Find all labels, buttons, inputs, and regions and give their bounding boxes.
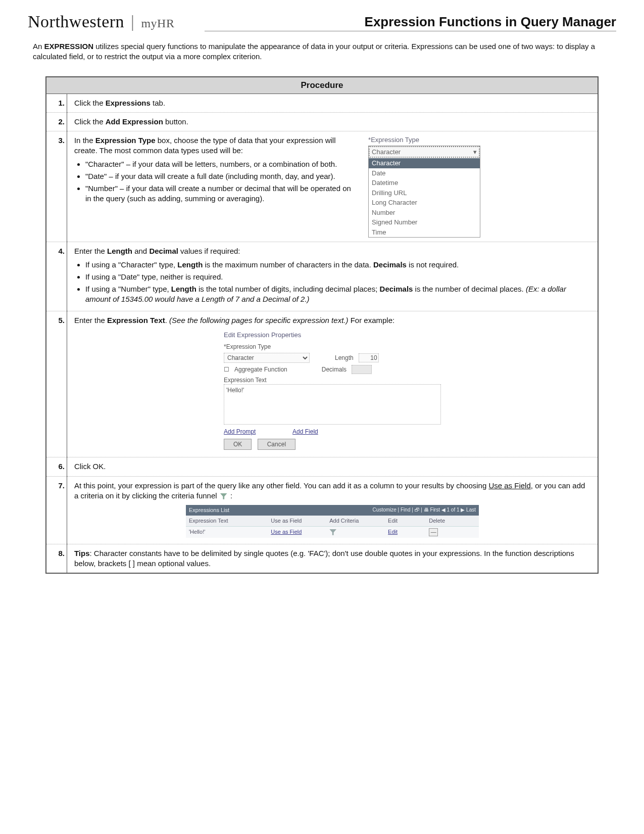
table-row: 7. At this point, your expression is par… xyxy=(46,476,598,544)
procedure-table: Procedure 1. Click the Expressions tab. … xyxy=(45,76,599,574)
expression-type-dropdown[interactable]: Character Character Date Datetime Drilli… xyxy=(368,146,480,238)
use-as-field-link[interactable]: Use as Field xyxy=(271,528,329,536)
cancel-button[interactable]: Cancel xyxy=(258,439,295,450)
table-row: 2. Click the Add Expression button. xyxy=(46,112,598,131)
ok-button[interactable]: OK xyxy=(224,439,252,450)
delete-icon[interactable]: — xyxy=(429,528,438,536)
decimals-input[interactable] xyxy=(352,365,372,374)
expression-type-select[interactable]: Character xyxy=(224,353,310,363)
intro-paragraph: An EXPRESSION utilizes special query fun… xyxy=(33,41,611,62)
dropdown-selected[interactable]: Character xyxy=(369,146,480,158)
expression-text-input[interactable]: 'Hello!' xyxy=(224,384,441,425)
expressions-list-panel: Expressions List Customize | Find | 🗗 | … xyxy=(186,505,479,538)
dropdown-option[interactable]: Number xyxy=(369,208,480,218)
brand-name: Northwestern xyxy=(28,12,124,31)
table-row: 8. Tips: Character constants have to be … xyxy=(46,544,598,573)
dropdown-option[interactable]: Long Character xyxy=(369,198,480,208)
edit-expression-panel: Edit Expression Properties *Expression T… xyxy=(224,331,441,450)
brand: Northwestern | myHR xyxy=(28,12,174,31)
table-row: 1. Click the Expressions tab. xyxy=(46,94,598,112)
dropdown-label: *Expression Type xyxy=(368,135,590,145)
funnel-icon xyxy=(220,493,227,499)
table-row: 4. Enter the Length and Decimal values i… xyxy=(46,242,598,311)
panel-title: Edit Expression Properties xyxy=(224,331,441,340)
brand-sub: myHR xyxy=(141,17,174,30)
title-wrap: Expression Functions in Query Manager xyxy=(205,14,616,31)
add-prompt-link[interactable]: Add Prompt xyxy=(224,428,256,435)
page-title: Expression Functions in Query Manager xyxy=(365,14,616,29)
checkbox-icon[interactable]: ☐ xyxy=(224,365,229,374)
page-header: Northwestern | myHR Expression Functions… xyxy=(28,12,616,31)
table-row: 3. In the Expression Type box, choose th… xyxy=(46,131,598,242)
table-row: 5. Enter the Expression Text. (See the f… xyxy=(46,311,598,457)
dropdown-option[interactable]: Character xyxy=(369,158,480,168)
dropdown-option[interactable]: Drilling URL xyxy=(369,188,480,198)
dropdown-option[interactable]: Datetime xyxy=(369,178,480,188)
table-row: 6. Click OK. xyxy=(46,457,598,476)
length-input[interactable] xyxy=(359,353,379,362)
brand-divider: | xyxy=(131,12,134,31)
procedure-heading: Procedure xyxy=(46,77,598,94)
add-field-link[interactable]: Add Field xyxy=(292,428,318,435)
dropdown-option[interactable]: Signed Number xyxy=(369,217,480,227)
funnel-icon[interactable] xyxy=(329,529,336,535)
dropdown-option[interactable]: Date xyxy=(369,168,480,178)
edit-link[interactable]: Edit xyxy=(388,528,429,536)
dropdown-option[interactable]: Time xyxy=(369,227,480,238)
